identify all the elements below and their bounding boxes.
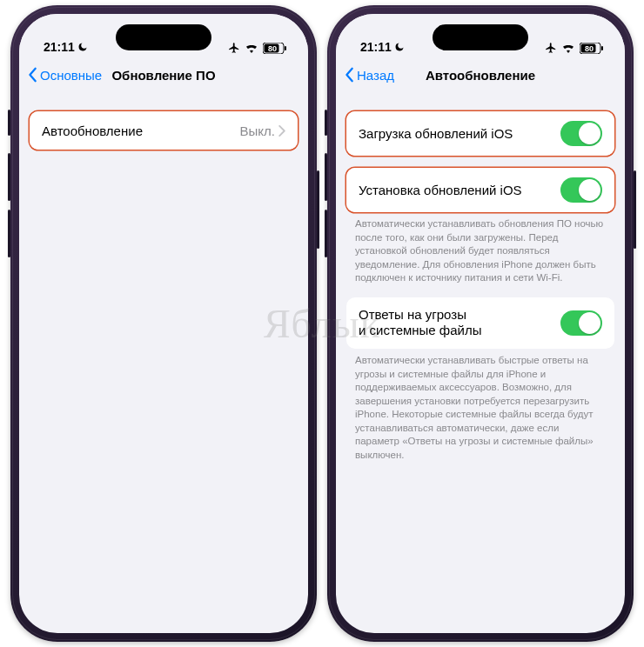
footer-note-security: Автоматически устанавливать быстрые отве… [336, 349, 625, 462]
chevron-left-icon [28, 67, 38, 83]
phone-right: 21:11 80 Назад Автообновление Загрузка о… [327, 5, 634, 642]
dynamic-island [433, 24, 528, 50]
toggle-download-ios[interactable] [560, 121, 602, 146]
screen-left: 21:11 80 Основные Обновление ПО Автообно… [19, 14, 308, 633]
back-label: Основные [40, 68, 102, 83]
svg-rect-2 [285, 46, 286, 50]
footer-note-install: Автоматически устанавливать обновления П… [336, 212, 625, 285]
moon-icon [77, 42, 88, 52]
back-button[interactable]: Назад [345, 67, 394, 83]
svg-text:80: 80 [268, 44, 277, 53]
row-label: Установка обновлений iOS [359, 183, 522, 197]
row-auto-update[interactable]: Автообновление Выкл. [30, 111, 298, 150]
status-time: 21:11 [44, 40, 75, 54]
svg-text:80: 80 [585, 44, 594, 53]
wifi-icon [245, 43, 258, 53]
chevron-left-icon [345, 67, 355, 83]
nav-bar: Назад Автообновление [336, 57, 625, 92]
svg-rect-6 [601, 46, 603, 50]
row-install-ios-updates[interactable]: Установка обновлений iOS [346, 168, 614, 212]
moon-icon [394, 42, 405, 52]
phone-left: 21:11 80 Основные Обновление ПО Автообно… [10, 5, 317, 642]
row-label: Загрузка обновлений iOS [359, 126, 513, 141]
row-label: Автообновление [42, 123, 143, 138]
toggle-install-ios[interactable] [560, 177, 602, 203]
row-download-ios-updates[interactable]: Загрузка обновлений iOS [346, 111, 614, 156]
airplane-icon [545, 42, 557, 54]
row-value: Выкл. [240, 123, 275, 138]
airplane-icon [228, 42, 240, 54]
row-label: Ответы на угрозы и системные файлы [359, 307, 481, 340]
dynamic-island [116, 24, 211, 50]
chevron-right-icon [278, 125, 285, 137]
row-security-responses[interactable]: Ответы на угрозы и системные файлы [346, 297, 614, 350]
battery-icon: 80 [263, 43, 287, 54]
status-time: 21:11 [360, 40, 392, 54]
back-button[interactable]: Основные [28, 67, 102, 83]
toggle-security-responses[interactable] [560, 310, 602, 336]
screen-right: 21:11 80 Назад Автообновление Загрузка о… [336, 14, 625, 633]
battery-icon: 80 [580, 43, 604, 54]
wifi-icon [561, 43, 575, 53]
back-label: Назад [357, 68, 394, 83]
nav-bar: Основные Обновление ПО [19, 57, 308, 92]
